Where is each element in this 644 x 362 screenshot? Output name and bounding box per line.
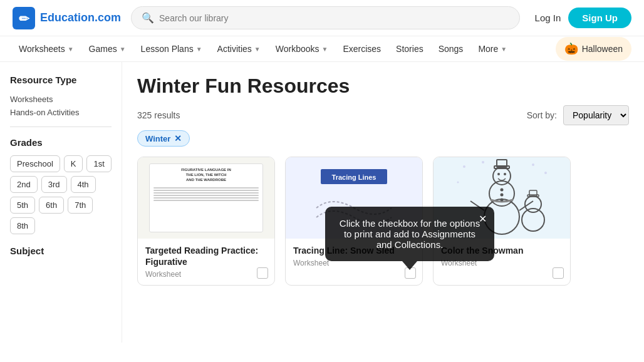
content-section: Winter Fun Resources 325 results Sort by… xyxy=(122,62,644,343)
sidebar-link-hands-on[interactable]: Hands-on Activities xyxy=(10,106,112,119)
grade-1st[interactable]: 1st xyxy=(86,155,111,172)
card-figurative[interactable]: FIGURATIVE LANGUAGE INTHE LION, THE WITC… xyxy=(137,157,275,286)
card-thumb-figurative: FIGURATIVE LANGUAGE INTHE LION, THE WITC… xyxy=(138,157,274,239)
svg-point-6 xyxy=(457,182,459,184)
resource-type-title: Resource Type xyxy=(10,75,112,85)
nav-item-halloween[interactable]: 🎃 Halloween xyxy=(556,37,631,61)
grades-title: Grades xyxy=(10,137,112,148)
tooltip-container: ✕ Click the checkbox for the options to … xyxy=(325,207,494,270)
chevron-down-icon: ▼ xyxy=(196,46,202,53)
svg-point-14 xyxy=(501,189,504,192)
halloween-pumpkin-icon: 🎃 xyxy=(564,42,578,56)
main-content: Resource Type Worksheets Hands-on Activi… xyxy=(0,62,644,343)
svg-point-16 xyxy=(501,199,504,202)
card-body-figurative: Targeted Reading Practice: Figurative Wo… xyxy=(138,239,274,285)
sidebar-divider xyxy=(10,127,112,127)
nav-item-worksheets[interactable]: Worksheets ▼ xyxy=(13,36,80,61)
search-bar: 🔍 xyxy=(131,6,520,29)
nav-item-activities[interactable]: Activities ▼ xyxy=(211,36,267,61)
grade-k[interactable]: K xyxy=(64,155,83,172)
header-actions: Log In Sign Up xyxy=(535,8,631,28)
grade-6th[interactable]: 6th xyxy=(39,197,64,214)
chevron-down-icon: ▼ xyxy=(120,46,126,53)
svg-point-3 xyxy=(482,161,484,163)
page-title: Winter Fun Resources xyxy=(137,75,629,98)
svg-point-12 xyxy=(497,173,500,175)
filter-chip-winter: Winter ✕ xyxy=(137,130,190,147)
nav-item-more[interactable]: More ▼ xyxy=(472,36,513,61)
grade-preschool[interactable]: Preschool xyxy=(10,155,60,172)
nav-item-games[interactable]: Games ▼ xyxy=(83,36,132,61)
svg-point-15 xyxy=(501,194,504,197)
signup-button[interactable]: Sign Up xyxy=(568,8,631,28)
card-type-figurative: Worksheet xyxy=(145,270,267,279)
nav-item-workbooks[interactable]: Workbooks ▼ xyxy=(269,36,335,61)
chip-close-button[interactable]: ✕ xyxy=(174,133,182,143)
card-title-figurative: Targeted Reading Practice: Figurative xyxy=(145,245,267,267)
nav-item-lesson-plans[interactable]: Lesson Plans ▼ xyxy=(135,36,209,61)
sort-select[interactable]: Popularity Newest Rating xyxy=(563,105,629,125)
login-button[interactable]: Log In xyxy=(535,13,561,23)
card-checkbox-figurative[interactable] xyxy=(257,267,268,279)
subject-title: Subject xyxy=(10,246,112,256)
cards-container: FIGURATIVE LANGUAGE INTHE LION, THE WITC… xyxy=(137,157,629,286)
card-checkbox-snowman[interactable] xyxy=(553,267,564,279)
nav-item-exercises[interactable]: Exercises xyxy=(336,36,387,61)
chevron-down-icon: ▼ xyxy=(322,46,328,53)
results-sort-row: 325 results Sort by: Popularity Newest R… xyxy=(137,105,629,125)
svg-point-9 xyxy=(493,167,511,185)
tooltip-arrow xyxy=(402,261,417,270)
results-count: 325 results xyxy=(137,110,180,120)
header: ✏ Education.com 🔍 Log In Sign Up xyxy=(0,0,644,36)
search-input[interactable] xyxy=(159,13,509,23)
svg-text:✏: ✏ xyxy=(19,12,30,26)
tooltip-close-button[interactable]: ✕ xyxy=(479,213,487,225)
search-icon: 🔍 xyxy=(142,12,154,24)
svg-point-13 xyxy=(504,173,506,175)
tooltip-box: ✕ Click the checkbox for the options to … xyxy=(325,207,494,261)
chevron-down-icon: ▼ xyxy=(68,46,74,53)
logo-text: Education.com xyxy=(40,11,121,24)
grade-2nd[interactable]: 2nd xyxy=(10,176,38,193)
nav: Worksheets ▼ Games ▼ Lesson Plans ▼ Acti… xyxy=(0,36,644,62)
logo[interactable]: ✏ Education.com xyxy=(13,7,121,29)
filter-chips: Winter ✕ xyxy=(137,130,629,147)
chevron-down-icon: ▼ xyxy=(501,46,507,53)
sidebar: Resource Type Worksheets Hands-on Activi… xyxy=(0,62,122,343)
nav-item-stories[interactable]: Stories xyxy=(390,36,430,61)
grade-4th[interactable]: 4th xyxy=(71,176,96,193)
svg-point-4 xyxy=(532,163,534,166)
grade-5th[interactable]: 5th xyxy=(10,197,35,214)
svg-point-5 xyxy=(544,172,547,174)
chevron-down-icon: ▼ xyxy=(254,46,261,53)
logo-icon: ✏ xyxy=(13,7,35,29)
nav-item-songs[interactable]: Songs xyxy=(432,36,470,61)
grades-grid: Preschool K 1st 2nd 3rd 4th 5th 6th 7th … xyxy=(10,155,112,234)
grade-3rd[interactable]: 3rd xyxy=(41,176,67,193)
svg-point-2 xyxy=(463,165,465,168)
grade-8th[interactable]: 8th xyxy=(10,217,35,234)
sort-label: Sort by: xyxy=(527,110,557,120)
sidebar-link-worksheets[interactable]: Worksheets xyxy=(10,93,112,106)
grade-7th[interactable]: 7th xyxy=(68,197,93,214)
sort-bar: Sort by: Popularity Newest Rating xyxy=(527,105,629,125)
